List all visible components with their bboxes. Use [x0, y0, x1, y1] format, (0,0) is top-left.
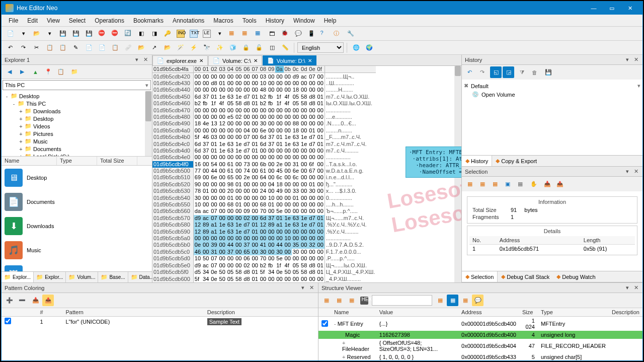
tree-item[interactable]: +📁Pictures: [4, 130, 150, 137]
sel-load-icon[interactable]: 📥: [541, 178, 553, 190]
panel-close-icon[interactable]: ✕: [632, 168, 639, 175]
sel-hand-icon[interactable]: ✋: [528, 178, 539, 190]
explorer-tree[interactable]: -📁Desktop-📁This PC+📁Downloads+📁Desktop+📁…: [2, 91, 152, 157]
pin-icon[interactable]: 📍: [42, 66, 54, 78]
document-tab[interactable]: 📄Volume: D:\✕: [263, 55, 316, 65]
list-col-header[interactable]: Name: [2, 157, 57, 165]
window-stack-icon[interactable]: 🗔: [266, 28, 278, 39]
eraser-icon[interactable]: 🩹: [122, 42, 134, 53]
folder-open-icon[interactable]: 📂: [135, 42, 147, 53]
menu-operations[interactable]: Operations: [91, 16, 128, 26]
menu-macros[interactable]: Macros: [209, 16, 237, 26]
explorer-tab[interactable]: 📁Volum...: [66, 272, 98, 282]
hex-view[interactable]: 01d9b5cdb4fa000102030405060708090a0b0c0d…: [152, 66, 461, 282]
document-tabs[interactable]: 📄explorer.exe✕📄Volume: C:\✕📄Volume: D:\✕: [152, 55, 461, 66]
cube-icon[interactable]: 🧊: [227, 42, 238, 53]
list-col-header[interactable]: Type: [57, 157, 97, 165]
history-default-item[interactable]: ✖Default ▾: [464, 82, 640, 90]
panel-tab[interactable]: ◆Debug Call Stack: [498, 271, 553, 282]
struct-checkbox[interactable]: [321, 320, 328, 327]
globe-b-icon[interactable]: 🌍: [363, 42, 375, 53]
tree-item[interactable]: +📁Videos: [4, 122, 150, 130]
sv-btn2-icon[interactable]: ▦: [333, 295, 345, 306]
tree-item[interactable]: +📁Documents: [4, 145, 150, 153]
explorer-list-header[interactable]: NameTypeTotal Size: [2, 157, 152, 166]
hist-button-b-icon[interactable]: ◲: [503, 66, 514, 78]
tab-close-icon[interactable]: ✕: [254, 58, 258, 63]
toggle-a-icon[interactable]: ◧: [135, 28, 147, 39]
sv-collapse-icon[interactable]: ▦: [447, 295, 458, 306]
menu-annotations[interactable]: Annotations: [169, 16, 208, 26]
nav-fwd-icon[interactable]: ▶: [16, 66, 28, 78]
grid-9b-icon[interactable]: ▦: [253, 28, 265, 39]
wand-icon[interactable]: 🪄: [175, 42, 186, 53]
panel-tab[interactable]: ◆Selection: [462, 271, 498, 282]
tree-item[interactable]: +📁Music: [4, 137, 150, 145]
hist-button-a-icon[interactable]: ◱: [490, 66, 502, 78]
menu-bookmarks[interactable]: Bookmarks: [129, 16, 168, 26]
sv-btn3-icon[interactable]: ▦: [346, 295, 357, 306]
paste-icon[interactable]: 📋: [57, 42, 68, 53]
struct-table[interactable]: NameValueAddressSizeTypeDescription- MFT…: [318, 308, 642, 360]
tree-item[interactable]: +📁Desktop: [4, 115, 150, 122]
grid-9a-icon[interactable]: ▦: [240, 28, 252, 39]
nav-up-icon[interactable]: ▲: [30, 66, 41, 78]
sv-btn1-icon[interactable]: ▦: [320, 295, 332, 306]
scissors-icon[interactable]: ✂: [31, 42, 42, 53]
panel-tab[interactable]: ◆Copy & Export: [492, 156, 540, 166]
file-list-item[interactable]: 🖼Pictures: [2, 262, 152, 271]
pattern-table[interactable]: #PatternDescription1L"for" (UNICODE)Samp…: [2, 308, 318, 326]
history-tabs[interactable]: ◆History◆Copy & Export: [462, 155, 642, 166]
sel-grid1-icon[interactable]: ▦: [464, 178, 475, 190]
toggle-b-icon[interactable]: ◨: [148, 28, 160, 39]
panel-menu-icon[interactable]: ▾: [299, 284, 306, 292]
pattern-checkbox[interactable]: [5, 318, 11, 324]
redo-icon[interactable]: ↷: [18, 42, 29, 53]
explorer-path-combo[interactable]: This PC▾: [3, 80, 151, 90]
split-h-icon[interactable]: ◫: [266, 42, 278, 53]
sel-save-icon[interactable]: 📤: [554, 178, 566, 190]
save-icon[interactable]: 💾: [57, 28, 68, 39]
sparkle-icon[interactable]: ✨: [214, 42, 225, 53]
panel-tab[interactable]: ◆Debug Watch: [553, 271, 599, 282]
hist-filter-icon[interactable]: ⧩: [516, 66, 528, 78]
ruler-icon[interactable]: 📏: [279, 42, 291, 53]
folder-open-icon[interactable]: 📁: [68, 66, 80, 78]
menu-help[interactable]: Help: [320, 16, 341, 26]
binoculars-icon[interactable]: 🔭: [201, 42, 212, 53]
box-txt-icon[interactable]: TXT: [188, 28, 199, 39]
tab-close-icon[interactable]: ✕: [199, 58, 203, 63]
circle-x-red-icon[interactable]: ⛔: [96, 28, 108, 39]
grid-4-icon[interactable]: ▦: [227, 28, 238, 39]
box-ino-icon[interactable]: INO: [175, 28, 186, 39]
sel-tool-icon[interactable]: ▣: [502, 178, 513, 190]
pat-add-icon[interactable]: ➕: [4, 295, 15, 306]
tree-item[interactable]: +📁Downloads: [4, 107, 150, 115]
explorer-tab[interactable]: 📁Explor...: [34, 272, 66, 282]
arrow-down-icon[interactable]: ▾: [214, 28, 225, 39]
arrow-down-icon[interactable]: ▾: [44, 28, 55, 39]
refresh-green-icon[interactable]: 🔄: [122, 28, 134, 39]
pat-remove-icon[interactable]: ➖: [16, 295, 28, 306]
explorer-tab[interactable]: 📁Base...: [98, 272, 128, 282]
selection-tabs[interactable]: ◆Selection◆Debug Call Stack◆Debug Watch: [462, 271, 642, 282]
tree-item[interactable]: -📁This PC: [4, 100, 150, 107]
copy2-icon[interactable]: 📋: [55, 66, 66, 78]
key-icon[interactable]: 🔑: [162, 28, 173, 39]
lock-open-icon[interactable]: 🔓: [253, 42, 265, 53]
tree-item[interactable]: +📁Local Disk (C:): [4, 153, 150, 157]
globe-a-icon[interactable]: 🌐: [350, 42, 362, 53]
sv-export-icon[interactable]: ▦: [459, 295, 471, 306]
info-icon[interactable]: ⓘ: [332, 28, 343, 39]
panel-menu-icon[interactable]: ▾: [624, 168, 631, 175]
hist-save-icon[interactable]: 💾: [542, 66, 554, 78]
sv-expand-icon[interactable]: ▦: [434, 295, 446, 306]
new-file-icon[interactable]: 📄: [5, 28, 16, 39]
bug-green-icon[interactable]: 🐞: [279, 28, 291, 39]
language-select[interactable]: English: [297, 42, 344, 53]
history-item[interactable]: 💿Open Volume: [464, 90, 640, 99]
sel-grid4-icon[interactable]: ▦: [514, 178, 526, 190]
panel-close-icon[interactable]: ✕: [632, 284, 639, 292]
menu-view[interactable]: View: [43, 16, 64, 26]
tree-item[interactable]: -📁Desktop: [4, 92, 150, 100]
